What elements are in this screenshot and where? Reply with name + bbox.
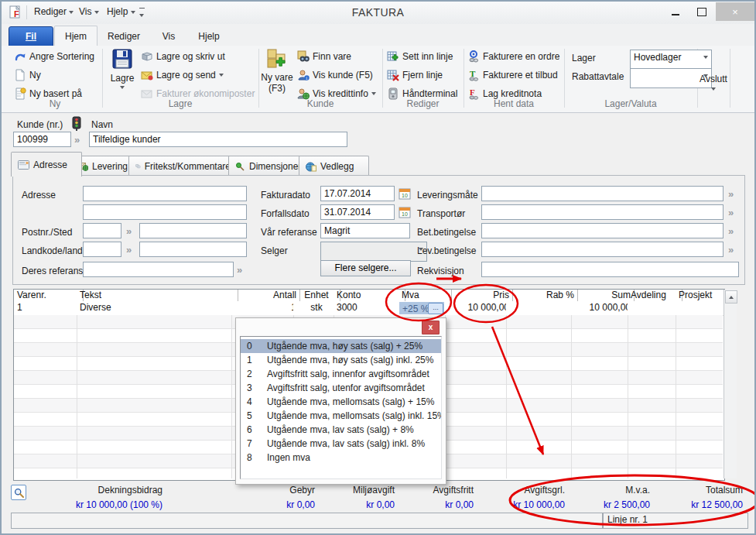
scroll-up-icon [729, 296, 734, 299]
mva-listbox[interactable]: 0Utgående mva, høy sats (salg) + 25% 1Ut… [240, 336, 442, 479]
remove-line-icon [387, 69, 399, 81]
forfallsdato-calendar-icon[interactable]: 10 [399, 206, 411, 218]
cell-prosjekt[interactable] [676, 301, 730, 316]
column-header-rab[interactable]: Rab % [506, 290, 578, 302]
fakturere-et-tilbud-button[interactable]: T Fakturere et tilbud [467, 68, 558, 82]
column-header-varenr[interactable]: Varenr. [14, 290, 84, 302]
save-print-icon [141, 50, 153, 63]
column-header-antall[interactable]: Antall [231, 290, 300, 302]
sted-input[interactable] [139, 223, 247, 238]
lev-betingelse-input[interactable] [481, 242, 724, 257]
maximize-button[interactable] [690, 4, 713, 19]
cell-antall[interactable]: 1 [231, 301, 300, 316]
mva-edit-field[interactable]: +25 % ... [399, 302, 444, 314]
fakturere-en-ordre-button[interactable]: Fakturere en ordre [467, 50, 559, 63]
forfallsdato-input[interactable] [320, 204, 395, 220]
new-product-icon [265, 47, 289, 70]
transportor-input[interactable] [481, 204, 724, 220]
ribbon-tab-row: Fil Hjem Rediger Vis Hjelp [2, 24, 754, 46]
kunde-lookup-chevron[interactable]: » [74, 134, 78, 146]
tab-hjelp[interactable]: Hjelp [189, 27, 229, 46]
mva-option[interactable]: 5Utgående mva, mellomsats (salg) inkl. 1… [241, 409, 441, 423]
cell-konto[interactable]: 3000 [334, 301, 405, 316]
column-header-mva[interactable]: Mva [399, 290, 452, 302]
tab-adresse[interactable]: Adresse [11, 152, 82, 177]
popup-close-button[interactable]: x [422, 321, 440, 334]
lager-combo[interactable]: Hovedlager [630, 50, 712, 70]
selger-combo[interactable] [320, 242, 427, 262]
lagre-og-skriv-ut-button[interactable]: Lagre og skriv ut [141, 50, 225, 63]
tab-hjem[interactable]: Hjem [54, 26, 97, 47]
fakturadato-input[interactable] [320, 186, 395, 201]
fakturadato-calendar-icon[interactable]: 10 [399, 187, 411, 200]
postnr-lookup-chevron[interactable]: » [126, 225, 130, 237]
cell-pris[interactable]: 10 000,00 [445, 301, 513, 316]
column-header-sum[interactable]: Sum [571, 290, 635, 302]
tab-fil[interactable]: Fil [9, 26, 53, 47]
cell-mva[interactable]: +25 % ... [399, 301, 446, 316]
lagre-og-send-button[interactable]: Lagre og send [141, 68, 224, 82]
land-input[interactable] [139, 242, 247, 257]
finn-vare-button[interactable]: Finn vare [297, 50, 351, 63]
kunde-nr-input[interactable] [13, 132, 71, 147]
mva-option[interactable]: 8Ingen mva [241, 451, 441, 465]
tab-vedlegg[interactable]: Vedlegg [299, 156, 369, 177]
leveringsmate-lookup-chevron[interactable]: » [728, 188, 732, 200]
cell-varenr[interactable]: 1 [14, 301, 84, 316]
scroll-up-button[interactable] [725, 290, 737, 304]
table-scrollbar[interactable] [724, 290, 737, 478]
column-header-konto[interactable]: Konto [334, 290, 405, 302]
ny-vare-button[interactable]: Ny vare (F3) [260, 47, 294, 94]
status-line-indicator: Linje nr. 1 [603, 513, 748, 529]
mva-option[interactable]: 4Utgående mva, mellomsats (salg) + 15% [241, 395, 441, 409]
landkode-input[interactable] [83, 242, 121, 257]
adresse-input-2[interactable] [83, 204, 247, 220]
transportor-lookup-chevron[interactable]: » [728, 207, 732, 218]
mva-option[interactable]: 2Avgiftsfritt salg, innenfor avgiftsområ… [241, 367, 441, 381]
bet-betingelse-label: Bet.betingelse [417, 227, 476, 238]
cell-rab[interactable] [506, 301, 578, 316]
column-header-prosjekt[interactable]: Prosjekt [676, 290, 730, 302]
column-header-pris[interactable]: Pris [445, 290, 513, 302]
deres-referanse-input[interactable] [83, 262, 234, 277]
tab-fritekst-kommentarer[interactable]: Fritekst/Kommentarer [128, 156, 241, 177]
ny-button[interactable]: Ny [14, 68, 41, 82]
mva-option[interactable]: 6Utgående mva, lav sats (salg) + 8% [241, 423, 441, 437]
insert-line-icon [387, 50, 399, 63]
mva-option[interactable]: 0Utgående mva, høy sats (salg) + 25% [241, 339, 441, 353]
lager-label: Lager [572, 53, 596, 63]
cell-avdeling[interactable] [628, 301, 682, 316]
group-label-rediger: Rediger [382, 98, 464, 109]
mva-more-button[interactable]: ... [428, 303, 443, 314]
minimize-button[interactable] [664, 4, 687, 19]
deres-referanse-lookup-chevron[interactable]: » [237, 264, 241, 276]
mva-option[interactable]: 7Utgående mva, lav sats (salg) inkl. 8% [241, 437, 441, 451]
lev-betingelse-lookup-chevron[interactable]: » [728, 244, 732, 255]
rekvisisjon-input[interactable] [481, 262, 739, 277]
bet-betingelse-input[interactable] [481, 223, 724, 238]
tab-vis[interactable]: Vis [152, 27, 186, 46]
kunde-navn-input[interactable] [89, 132, 347, 147]
cell-tekst[interactable]: Diverse [77, 301, 238, 316]
adresse-input-1[interactable] [83, 186, 247, 201]
landkode-lookup-chevron[interactable]: » [126, 244, 130, 255]
angre-sortering-button[interactable]: Angre Sortering [14, 50, 94, 63]
sett-inn-linje-button[interactable]: Sett inn linje [387, 50, 453, 63]
mva-option[interactable]: 1Utgående mva, høy sats (salg) inkl. 25% [241, 353, 441, 367]
tab-rediger[interactable]: Rediger [99, 27, 149, 46]
var-referanse-input[interactable] [320, 223, 410, 238]
postnr-input[interactable] [83, 223, 121, 238]
vis-kunde-button[interactable]: i Vis kunde (F5) [297, 68, 373, 82]
cell-sum[interactable]: 10 000,00 [571, 301, 635, 316]
flere-selgere-button[interactable]: Flere selgere... [320, 260, 411, 276]
avslutt-dropdown-icon [711, 87, 716, 91]
mva-option[interactable]: 3Avgiftsfritt salg, utenfor avgiftsområd… [241, 381, 441, 395]
bet-betingelse-lookup-chevron[interactable]: » [728, 225, 732, 237]
lagre-button[interactable]: Lagre [107, 47, 138, 89]
column-header-avdeling[interactable]: Avdeling [628, 290, 682, 302]
fjern-linje-button[interactable]: Fjern linje [387, 68, 443, 82]
close-button[interactable]: × [716, 2, 754, 21]
column-header-tekst[interactable]: Tekst [77, 290, 238, 302]
leveringsmate-input[interactable] [481, 186, 724, 201]
avslutt-button[interactable]: Avslutt [697, 74, 730, 91]
